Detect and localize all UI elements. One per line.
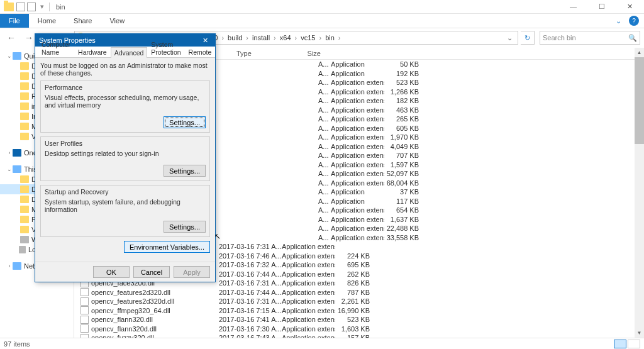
cancel-button[interactable]: Cancel — [133, 266, 170, 278]
tab-remote[interactable]: Remote — [185, 47, 216, 57]
file-row[interactable]: opencv_ffmpeg320_64.dll2017-03-16 7:15 A… — [74, 306, 644, 316]
chevron-right-icon[interactable]: › — [272, 34, 277, 42]
refresh-button[interactable]: ↻ — [521, 31, 535, 45]
qat-icon[interactable] — [27, 3, 36, 11]
dialog-close-button[interactable]: ✕ — [199, 36, 211, 45]
search-icon: 🔍 — [628, 34, 637, 42]
chevron-right-icon[interactable]: › — [337, 34, 342, 42]
scroll-up-icon[interactable]: ▲ — [635, 48, 644, 57]
startup-legend: Startup and Recovery — [45, 188, 206, 196]
scroll-thumb[interactable] — [635, 57, 644, 144]
performance-legend: Performance — [45, 84, 206, 91]
startup-settings-button[interactable]: Settings... — [164, 221, 206, 233]
tab-system-protection[interactable]: System Protection — [147, 39, 184, 57]
status-bar: 97 items — [0, 338, 644, 349]
performance-desc: Visual effects, processor scheduling, me… — [45, 94, 206, 109]
file-tab[interactable]: File — [0, 14, 29, 28]
tab-advanced[interactable]: Advanced — [111, 47, 148, 58]
user-profiles-legend: User Profiles — [45, 140, 206, 147]
nav-back-button[interactable]: ← — [4, 30, 19, 45]
qat-icon[interactable] — [16, 3, 25, 11]
scroll-down-icon[interactable]: ▼ — [635, 328, 644, 338]
help-icon[interactable]: ? — [629, 16, 639, 26]
user-profiles-desc: Desktop settings related to your sign-in — [45, 150, 206, 157]
search-input[interactable]: Search bin 🔍 — [540, 31, 640, 45]
performance-settings-button[interactable]: Settings... — [164, 116, 206, 128]
user-profiles-settings-button[interactable]: Settings... — [164, 165, 206, 177]
ribbon-tab-share[interactable]: Share — [65, 14, 101, 28]
file-row[interactable]: opencv_flann320.dll2017-03-16 7:41 A...A… — [74, 315, 644, 324]
breadcrumb-item[interactable]: vc15 — [298, 34, 318, 42]
view-details-button[interactable] — [614, 340, 626, 348]
apply-button[interactable]: Apply — [174, 266, 210, 278]
chevron-right-icon[interactable]: › — [245, 34, 250, 42]
performance-group: Performance Visual effects, processor sc… — [40, 80, 210, 133]
window-title: bin — [56, 3, 65, 11]
view-icons-button[interactable] — [628, 340, 640, 348]
tab-hardware[interactable]: Hardware — [74, 47, 111, 57]
chevron-right-icon[interactable]: › — [220, 34, 225, 42]
ribbon-tab-view[interactable]: View — [101, 14, 133, 28]
ok-button[interactable]: OK — [93, 266, 130, 278]
window-titlebar: ▾ bin — ☐ ✕ — [0, 0, 644, 14]
breadcrumb-item[interactable]: install — [250, 34, 272, 42]
col-size[interactable]: Size — [286, 50, 321, 57]
address-dropdown-icon[interactable]: ⌄ — [503, 34, 516, 42]
tab-computer-name[interactable]: Computer Name — [38, 39, 74, 57]
close-button[interactable]: ✕ — [616, 0, 644, 14]
file-icon — [80, 297, 89, 306]
qat-dropdown-icon[interactable]: ▾ — [38, 3, 47, 11]
ribbon-tab-home[interactable]: Home — [29, 14, 65, 28]
environment-variables-button[interactable]: Environment Variables... — [124, 241, 210, 253]
chevron-right-icon[interactable]: › — [318, 34, 323, 42]
user-profiles-group: User Profiles Desktop settings related t… — [40, 136, 210, 181]
dialog-tabs: Computer Name Hardware Advanced System P… — [35, 47, 215, 58]
breadcrumb-item[interactable]: x64 — [277, 34, 294, 42]
file-row[interactable]: opencv_flann320d.dll2017-03-16 7:30 A...… — [74, 324, 644, 334]
startup-recovery-group: Startup and Recovery System startup, sys… — [40, 185, 210, 237]
folder-icon — [4, 3, 14, 11]
ribbon-expand-icon[interactable]: ⌄ — [611, 14, 626, 28]
item-count: 97 items — [4, 340, 30, 348]
startup-desc: System startup, system failure, and debu… — [45, 198, 206, 213]
col-type[interactable]: Type — [233, 50, 286, 57]
file-icon — [80, 316, 89, 324]
file-row[interactable]: opencv_features2d320d.dll2017-03-16 7:31… — [74, 297, 644, 306]
system-properties-dialog: System Properties ✕ Computer Name Hardwa… — [35, 33, 216, 282]
maximize-button[interactable]: ☐ — [587, 0, 616, 14]
divider — [49, 3, 50, 11]
search-placeholder: Search bin — [543, 34, 576, 42]
admin-note: You must be logged on as an Administrato… — [40, 62, 210, 77]
ribbon: File Home Share View ⌄ ? — [0, 14, 644, 28]
minimize-button[interactable]: — — [559, 0, 587, 14]
vertical-scrollbar[interactable]: ▲ ▼ — [635, 48, 644, 338]
breadcrumb-item[interactable]: build — [225, 34, 245, 42]
file-row[interactable]: opencv_features2d320.dll2017-03-16 7:44 … — [74, 288, 644, 297]
file-icon — [80, 306, 89, 314]
file-icon — [80, 288, 89, 296]
file-icon — [80, 324, 89, 333]
breadcrumb-item[interactable]: bin — [323, 34, 337, 42]
